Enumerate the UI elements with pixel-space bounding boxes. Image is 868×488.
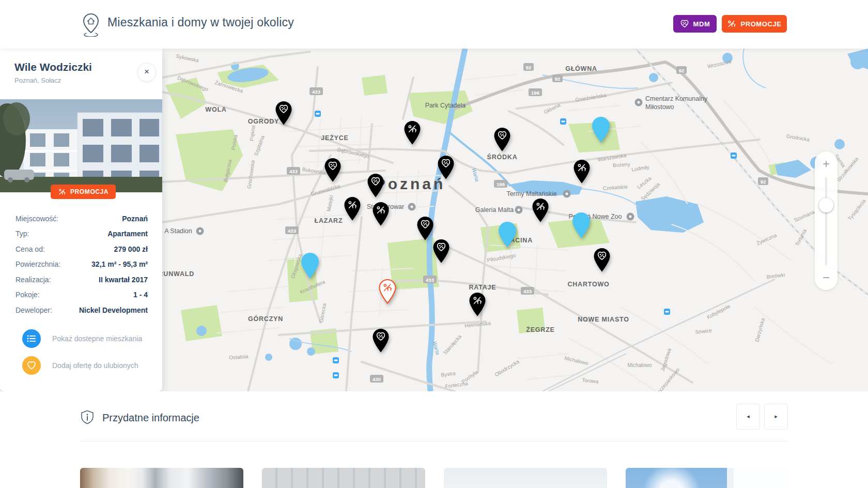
- detail-row: Realizacja:II kwartał 2017: [16, 272, 148, 287]
- show-apartments-action[interactable]: Pokaż dostepne mieszkania: [22, 329, 142, 348]
- detail-value: 32,1 m² - 95,3 m²: [91, 260, 148, 268]
- svg-text:WOLA: WOLA: [205, 106, 226, 113]
- svg-text:RATAJE: RATAJE: [469, 284, 497, 291]
- heart-icon: [22, 356, 41, 375]
- svg-text:433: 433: [426, 277, 434, 283]
- svg-text:433: 433: [288, 228, 296, 234]
- app-header: Mieszkania i domy w twojej okolicy MDM P…: [0, 0, 868, 49]
- detail-value: II kwartał 2017: [99, 276, 148, 284]
- svg-text:ŁAZARZ: ŁAZARZ: [315, 217, 343, 224]
- show-apartments-label: Pokaż dostepne mieszkania: [52, 334, 142, 343]
- detail-label: Miejscowość:: [16, 215, 58, 223]
- info-card-house-photo[interactable]: [444, 468, 607, 488]
- property-photo: [0, 99, 162, 192]
- svg-text:92: 92: [679, 68, 685, 73]
- map-pin-mdm[interactable]: [431, 239, 451, 264]
- info-card-building-photo[interactable]: [626, 468, 789, 488]
- map-pin-mdm[interactable]: [415, 216, 435, 241]
- svg-text:92: 92: [526, 65, 532, 70]
- mdm-filter-button[interactable]: MDM: [673, 15, 717, 33]
- detail-value: 1 - 4: [133, 291, 148, 299]
- map-pin-mdm[interactable]: [436, 155, 456, 180]
- promocje-button-label: PROMOCJE: [740, 20, 781, 28]
- detail-row: Miejscowość:Poznań: [16, 211, 148, 226]
- zoom-slider-track[interactable]: [825, 177, 827, 265]
- map-pin-promo[interactable]: [572, 159, 592, 184]
- carousel-next-button[interactable]: ▸: [764, 404, 788, 430]
- detail-row: Deweloper:Nickel Development: [16, 302, 148, 318]
- map-pin-mdm[interactable]: [323, 158, 343, 182]
- svg-text:GÓRCZYN: GÓRCZYN: [248, 315, 283, 323]
- poi-stadion: A Stadion: [164, 227, 204, 235]
- carousel-prev-button[interactable]: ◂: [736, 404, 760, 430]
- detail-value: Apartament: [107, 230, 148, 238]
- svg-text:NOWE MIASTO: NOWE MIASTO: [578, 316, 629, 323]
- divider: [80, 441, 788, 441]
- map-pin-mdm[interactable]: [492, 127, 512, 152]
- add-favourite-action[interactable]: Dodaj ofertę do ulubionych: [22, 356, 138, 375]
- property-location: Poznań, Sołacz: [14, 77, 61, 84]
- detail-label: Typ:: [16, 230, 29, 238]
- svg-text:CHARTOWO: CHARTOWO: [567, 281, 609, 288]
- map-pin-promo[interactable]: [371, 202, 391, 226]
- map-pin-promo[interactable]: [531, 198, 550, 223]
- zoom-out-button[interactable]: −: [815, 266, 838, 289]
- detail-row: Powierzchnia:32,1 m² - 95,3 m²: [16, 257, 148, 272]
- svg-text:A Stadion: A Stadion: [164, 227, 192, 235]
- map-pin-promo[interactable]: [468, 292, 487, 317]
- info-section: Przydatne informacje ◂ ▸: [0, 391, 868, 488]
- map-pin-plain[interactable]: [497, 221, 518, 248]
- promo-badge: PROMOCJA: [51, 185, 116, 199]
- city-label: Poznań: [375, 175, 446, 192]
- map-pin-mdm[interactable]: [371, 328, 391, 353]
- svg-text:Michałowo: Michałowo: [627, 362, 652, 368]
- promo-icon: [58, 188, 66, 196]
- svg-text:Cmentarz Komunalny: Cmentarz Komunalny: [645, 95, 708, 102]
- zoom-in-button[interactable]: +: [815, 152, 838, 175]
- detail-value: Poznań: [122, 215, 148, 223]
- map-pin-promo[interactable]: [402, 120, 422, 145]
- list-icon: [22, 329, 41, 348]
- detail-label: Realizacja:: [16, 276, 51, 284]
- detail-value: Nickel Development: [79, 306, 148, 314]
- map-pin-mdm[interactable]: [366, 173, 385, 198]
- promo-badge-label: PROMOCJA: [70, 188, 109, 195]
- home-pin-logo-icon: [82, 13, 100, 37]
- info-card-people-photo[interactable]: [262, 468, 425, 488]
- map-canvas[interactable]: Żarnowiecka Dąbrowskiego Polska Piękna S…: [0, 49, 868, 391]
- info-section-title: Przydatne informacje: [102, 412, 199, 424]
- svg-text:92: 92: [555, 76, 561, 82]
- map-pin-promo-selected[interactable]: [377, 279, 398, 304]
- info-cards-row: [80, 468, 789, 488]
- svg-text:433: 433: [289, 169, 298, 174]
- shield-info-icon: [81, 410, 94, 424]
- add-favourite-label: Dodaj ofertę do ulubionych: [52, 361, 138, 370]
- property-details: Miejscowość:Poznań Typ:Apartament Cena o…: [16, 211, 148, 318]
- map-pin-promo[interactable]: [343, 196, 362, 221]
- map-pin-mdm[interactable]: [274, 101, 293, 126]
- svg-text:433: 433: [523, 288, 532, 294]
- detail-row: Cena od:279 000 zł: [16, 241, 148, 257]
- svg-text:196: 196: [497, 181, 505, 187]
- map-pin-plain[interactable]: [570, 212, 592, 239]
- detail-row: Typ:Apartament: [16, 226, 148, 242]
- detail-row: Pokoje:1 - 4: [16, 287, 148, 303]
- map-pin-mdm[interactable]: [592, 248, 612, 272]
- mdm-heart-icon: [680, 19, 689, 28]
- detail-label: Cena od:: [16, 245, 45, 253]
- svg-text:Termy Maltańskie: Termy Maltańskie: [506, 190, 556, 197]
- property-title: Wile Wodziczki: [14, 61, 92, 73]
- map-pin-plain[interactable]: [299, 252, 321, 279]
- svg-text:Park Cytadela: Park Cytadela: [425, 102, 466, 109]
- svg-text:JEŻYCE: JEŻYCE: [321, 134, 348, 142]
- zoom-slider-knob[interactable]: [819, 198, 833, 212]
- detail-label: Pokoje:: [16, 291, 40, 299]
- svg-text:430: 430: [373, 376, 381, 382]
- property-card: Wile Wodziczki Poznań, Sołacz ×: [0, 49, 162, 391]
- map-pin-plain[interactable]: [590, 116, 612, 143]
- close-icon[interactable]: ×: [137, 63, 156, 82]
- info-card-office-photo[interactable]: [80, 468, 243, 488]
- promocje-filter-button[interactable]: PROMOCJE: [722, 15, 787, 33]
- svg-text:Bożeny: Bożeny: [613, 161, 630, 168]
- svg-text:ŻEGRZE: ŻEGRZE: [526, 326, 555, 333]
